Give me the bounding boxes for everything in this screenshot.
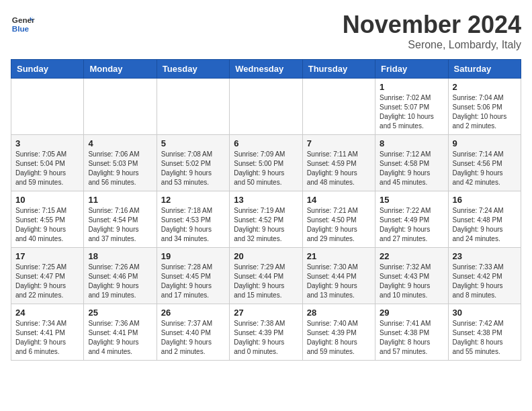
day-number: 27 (234, 308, 298, 318)
day-number: 5 (161, 138, 225, 148)
day-info: Sunrise: 7:18 AM Sunset: 4:53 PM Dayligh… (161, 206, 225, 244)
calendar-cell: 9Sunrise: 7:14 AM Sunset: 4:56 PM Daylig… (448, 135, 521, 191)
day-number: 10 (15, 195, 79, 205)
day-number: 29 (380, 308, 443, 318)
day-info: Sunrise: 7:19 AM Sunset: 4:52 PM Dayligh… (234, 206, 298, 244)
day-info: Sunrise: 7:32 AM Sunset: 4:43 PM Dayligh… (380, 263, 443, 300)
day-info: Sunrise: 7:40 AM Sunset: 4:39 PM Dayligh… (307, 319, 371, 357)
calendar-cell (11, 79, 84, 135)
day-number: 26 (161, 308, 225, 318)
calendar-week-5: 24Sunrise: 7:34 AM Sunset: 4:41 PM Dayli… (11, 304, 521, 361)
day-info: Sunrise: 7:09 AM Sunset: 5:00 PM Dayligh… (234, 150, 298, 187)
calendar-cell (302, 79, 375, 135)
day-info: Sunrise: 7:38 AM Sunset: 4:39 PM Dayligh… (234, 319, 298, 357)
logo-icon: General Blue (11, 11, 35, 35)
calendar-cell: 2Sunrise: 7:04 AM Sunset: 5:06 PM Daylig… (448, 79, 521, 135)
day-number: 14 (307, 195, 371, 205)
day-info: Sunrise: 7:06 AM Sunset: 5:03 PM Dayligh… (88, 150, 152, 187)
calendar-cell: 22Sunrise: 7:32 AM Sunset: 4:43 PM Dayli… (375, 248, 448, 304)
day-info: Sunrise: 7:26 AM Sunset: 4:46 PM Dayligh… (88, 263, 152, 300)
day-number: 19 (161, 251, 225, 261)
month-title: November 2024 (343, 11, 521, 39)
calendar-cell: 17Sunrise: 7:25 AM Sunset: 4:47 PM Dayli… (11, 248, 84, 304)
day-number: 20 (234, 251, 298, 261)
calendar-cell: 23Sunrise: 7:33 AM Sunset: 4:42 PM Dayli… (448, 248, 521, 304)
calendar-cell: 6Sunrise: 7:09 AM Sunset: 5:00 PM Daylig… (230, 135, 302, 191)
calendar-cell: 8Sunrise: 7:12 AM Sunset: 4:58 PM Daylig… (375, 135, 448, 191)
day-number: 28 (307, 308, 371, 318)
day-info: Sunrise: 7:22 AM Sunset: 4:49 PM Dayligh… (380, 206, 443, 244)
day-number: 18 (88, 251, 152, 261)
day-number: 13 (234, 195, 298, 205)
calendar-cell: 1Sunrise: 7:02 AM Sunset: 5:07 PM Daylig… (375, 79, 448, 135)
calendar-cell: 28Sunrise: 7:40 AM Sunset: 4:39 PM Dayli… (302, 304, 375, 361)
day-info: Sunrise: 7:41 AM Sunset: 4:38 PM Dayligh… (380, 319, 443, 357)
calendar-cell: 11Sunrise: 7:16 AM Sunset: 4:54 PM Dayli… (84, 191, 157, 248)
day-number: 9 (453, 138, 517, 148)
day-number: 17 (15, 251, 79, 261)
logo: General Blue (11, 11, 35, 35)
calendar-cell: 16Sunrise: 7:24 AM Sunset: 4:48 PM Dayli… (448, 191, 521, 248)
calendar-cell: 30Sunrise: 7:42 AM Sunset: 4:38 PM Dayli… (448, 304, 521, 361)
weekday-header-saturday: Saturday (448, 60, 521, 79)
day-number: 2 (453, 82, 517, 92)
weekday-header-row: SundayMondayTuesdayWednesdayThursdayFrid… (11, 60, 521, 79)
weekday-header-thursday: Thursday (302, 60, 375, 79)
calendar-week-4: 17Sunrise: 7:25 AM Sunset: 4:47 PM Dayli… (11, 248, 521, 304)
day-info: Sunrise: 7:21 AM Sunset: 4:50 PM Dayligh… (307, 206, 371, 244)
day-info: Sunrise: 7:25 AM Sunset: 4:47 PM Dayligh… (15, 263, 79, 300)
calendar-cell (84, 79, 157, 135)
day-info: Sunrise: 7:15 AM Sunset: 4:55 PM Dayligh… (15, 206, 79, 244)
day-number: 11 (88, 195, 152, 205)
day-number: 30 (453, 308, 517, 318)
day-info: Sunrise: 7:14 AM Sunset: 4:56 PM Dayligh… (453, 150, 517, 187)
calendar-cell: 3Sunrise: 7:05 AM Sunset: 5:04 PM Daylig… (11, 135, 84, 191)
calendar-cell: 7Sunrise: 7:11 AM Sunset: 4:59 PM Daylig… (302, 135, 375, 191)
day-info: Sunrise: 7:24 AM Sunset: 4:48 PM Dayligh… (453, 206, 517, 244)
day-number: 8 (380, 138, 443, 148)
calendar-cell (157, 79, 229, 135)
title-block: November 2024 Serone, Lombardy, Italy (343, 11, 521, 51)
calendar-cell: 27Sunrise: 7:38 AM Sunset: 4:39 PM Dayli… (230, 304, 302, 361)
day-info: Sunrise: 7:05 AM Sunset: 5:04 PM Dayligh… (15, 150, 79, 187)
weekday-header-friday: Friday (375, 60, 448, 79)
calendar-cell: 29Sunrise: 7:41 AM Sunset: 4:38 PM Dayli… (375, 304, 448, 361)
calendar-cell: 13Sunrise: 7:19 AM Sunset: 4:52 PM Dayli… (230, 191, 302, 248)
weekday-header-tuesday: Tuesday (157, 60, 229, 79)
day-info: Sunrise: 7:30 AM Sunset: 4:44 PM Dayligh… (307, 263, 371, 300)
weekday-header-wednesday: Wednesday (230, 60, 302, 79)
day-number: 3 (15, 138, 79, 148)
calendar-week-2: 3Sunrise: 7:05 AM Sunset: 5:04 PM Daylig… (11, 135, 521, 191)
day-number: 15 (380, 195, 443, 205)
day-number: 7 (307, 138, 371, 148)
day-info: Sunrise: 7:12 AM Sunset: 4:58 PM Dayligh… (380, 150, 443, 187)
calendar-cell: 18Sunrise: 7:26 AM Sunset: 4:46 PM Dayli… (84, 248, 157, 304)
day-info: Sunrise: 7:16 AM Sunset: 4:54 PM Dayligh… (88, 206, 152, 244)
day-number: 22 (380, 251, 443, 261)
location: Serone, Lombardy, Italy (343, 39, 521, 51)
svg-text:Blue: Blue (12, 24, 30, 33)
day-info: Sunrise: 7:28 AM Sunset: 4:45 PM Dayligh… (161, 263, 225, 300)
day-info: Sunrise: 7:33 AM Sunset: 4:42 PM Dayligh… (453, 263, 517, 300)
calendar-week-1: 1Sunrise: 7:02 AM Sunset: 5:07 PM Daylig… (11, 79, 521, 135)
calendar-week-3: 10Sunrise: 7:15 AM Sunset: 4:55 PM Dayli… (11, 191, 521, 248)
day-info: Sunrise: 7:08 AM Sunset: 5:02 PM Dayligh… (161, 150, 225, 187)
day-info: Sunrise: 7:37 AM Sunset: 4:40 PM Dayligh… (161, 319, 225, 357)
day-info: Sunrise: 7:42 AM Sunset: 4:38 PM Dayligh… (453, 319, 517, 357)
day-number: 16 (453, 195, 517, 205)
day-info: Sunrise: 7:02 AM Sunset: 5:07 PM Dayligh… (380, 93, 443, 131)
calendar-cell: 19Sunrise: 7:28 AM Sunset: 4:45 PM Dayli… (157, 248, 229, 304)
day-number: 12 (161, 195, 225, 205)
calendar-cell: 26Sunrise: 7:37 AM Sunset: 4:40 PM Dayli… (157, 304, 229, 361)
calendar-cell (230, 79, 302, 135)
day-info: Sunrise: 7:36 AM Sunset: 4:41 PM Dayligh… (88, 319, 152, 357)
calendar-table: SundayMondayTuesdayWednesdayThursdayFrid… (11, 59, 521, 361)
day-info: Sunrise: 7:34 AM Sunset: 4:41 PM Dayligh… (15, 319, 79, 357)
calendar-cell: 10Sunrise: 7:15 AM Sunset: 4:55 PM Dayli… (11, 191, 84, 248)
day-info: Sunrise: 7:29 AM Sunset: 4:44 PM Dayligh… (234, 263, 298, 300)
day-number: 6 (234, 138, 298, 148)
page-header: General Blue November 2024 Serone, Lomba… (11, 11, 521, 51)
calendar-cell: 4Sunrise: 7:06 AM Sunset: 5:03 PM Daylig… (84, 135, 157, 191)
day-number: 4 (88, 138, 152, 148)
day-number: 1 (380, 82, 443, 92)
